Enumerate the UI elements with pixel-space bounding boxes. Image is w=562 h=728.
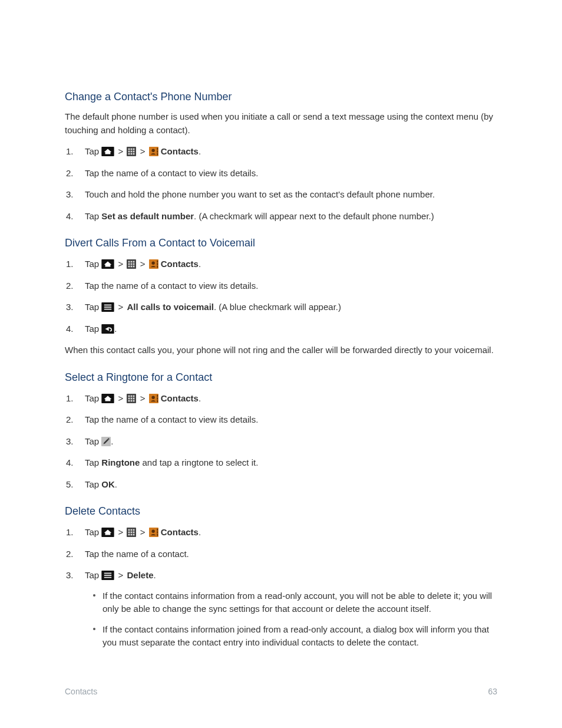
footer-section-label: Contacts <box>65 687 97 696</box>
step: Tap > > Contacts. <box>65 526 497 539</box>
bold-text: Set as default number <box>101 211 194 221</box>
period: . <box>154 570 156 580</box>
step: Tap > > Contacts. <box>65 145 497 159</box>
heading-select-ringtone: Select a Ringtone for a Contact <box>65 371 497 384</box>
substep: If the contact contains information join… <box>93 623 497 650</box>
heading-delete-contacts: Delete Contacts <box>65 505 497 518</box>
substep: If the contact contains information from… <box>93 589 497 616</box>
apps-icon <box>127 528 136 537</box>
bold-text: OK <box>101 479 115 489</box>
contacts-label: Contacts <box>161 527 199 537</box>
step-text: Tap <box>85 146 101 156</box>
period: . <box>114 324 117 334</box>
page-footer: Contacts 63 <box>0 687 562 696</box>
separator: > <box>118 393 124 403</box>
step-text-after: and tap a ringtone to select it. <box>140 457 258 467</box>
separator: > <box>140 146 146 156</box>
period: . <box>199 527 201 537</box>
bold-text: All calls to voicemail <box>127 302 214 312</box>
apps-icon <box>127 259 136 269</box>
home-icon <box>101 259 114 269</box>
step-text: Tap <box>85 479 101 489</box>
step-text: Tap <box>85 457 101 467</box>
menu-icon <box>101 302 114 312</box>
step-text-after: . (A blue checkmark will appear.) <box>214 302 341 312</box>
contacts-label: Contacts <box>161 146 199 156</box>
separator: > <box>118 302 124 312</box>
step: Tap the name of a contact to view its de… <box>65 167 497 180</box>
step: Tap the name of a contact to view its de… <box>65 413 497 427</box>
separator: > <box>140 259 146 269</box>
steps-delete-contacts: Tap > > Contacts. Tap the name of a cont… <box>65 526 497 650</box>
period: . <box>199 146 201 156</box>
step: Tap . <box>65 322 497 336</box>
separator: > <box>118 259 124 269</box>
step: Tap Ringtone and tap a ringtone to selec… <box>65 456 497 470</box>
step: Tap . <box>65 435 497 449</box>
step-text: Tap <box>85 570 101 580</box>
substeps: If the contact contains information from… <box>93 589 497 650</box>
document-page: Change a Contact's Phone Number The defa… <box>0 0 562 728</box>
outro-paragraph: When this contact calls you, your phone … <box>65 344 497 357</box>
heading-change-number: Change a Contact's Phone Number <box>65 91 497 103</box>
apps-icon <box>127 394 136 403</box>
step: Tap OK. <box>65 478 497 492</box>
contacts-label: Contacts <box>161 393 199 403</box>
contacts-icon <box>149 528 158 537</box>
period: . <box>199 393 201 403</box>
step: Tap the name of a contact. <box>65 548 497 561</box>
intro-paragraph: The default phone number is used when yo… <box>65 110 497 137</box>
contacts-icon <box>149 259 158 269</box>
period: . <box>115 479 117 489</box>
back-icon <box>101 324 114 334</box>
steps-divert-calls: Tap > > Contacts. Tap the name of a cont… <box>65 258 497 335</box>
period: . <box>199 259 201 269</box>
contacts-icon <box>149 394 158 403</box>
step-text: Tap <box>85 393 101 403</box>
home-icon <box>101 394 114 403</box>
separator: > <box>140 393 146 403</box>
step-text: Tap <box>85 259 101 269</box>
step: Tap Set as default number. (A checkmark … <box>65 210 497 223</box>
separator: > <box>118 570 124 580</box>
contacts-label: Contacts <box>161 259 199 269</box>
home-icon <box>101 528 114 537</box>
menu-icon <box>101 571 114 580</box>
footer-page-number: 63 <box>488 687 497 696</box>
edit-icon <box>101 437 111 446</box>
contacts-icon <box>149 147 158 156</box>
step: Tap > Delete. If the contact contains in… <box>65 569 497 650</box>
step-text: Tap <box>85 211 101 221</box>
separator: > <box>118 527 124 537</box>
step-text-after: . (A checkmark will appear next to the d… <box>194 211 434 221</box>
bold-text: Delete <box>127 570 153 580</box>
step: Tap the name of a contact to view its de… <box>65 279 497 293</box>
step: Tap > > Contacts. <box>65 258 497 271</box>
step-text: Tap <box>85 324 101 334</box>
home-icon <box>101 147 114 156</box>
step: Tap > All calls to voicemail. (A blue ch… <box>65 301 497 314</box>
step: Touch and hold the phone number you want… <box>65 188 497 202</box>
separator: > <box>140 527 146 537</box>
steps-select-ringtone: Tap > > Contacts. Tap the name of a cont… <box>65 392 497 492</box>
period: . <box>111 436 113 446</box>
bold-text: Ringtone <box>101 457 140 467</box>
step-text: Tap <box>85 302 101 312</box>
step: Tap > > Contacts. <box>65 392 497 406</box>
step-text: Tap <box>85 527 101 537</box>
step-text: Tap <box>85 436 101 446</box>
steps-change-number: Tap > > Contacts. Tap the name of a cont… <box>65 145 497 223</box>
separator: > <box>118 146 124 156</box>
heading-divert-calls: Divert Calls From a Contact to Voicemail <box>65 237 497 249</box>
apps-icon <box>127 147 136 156</box>
